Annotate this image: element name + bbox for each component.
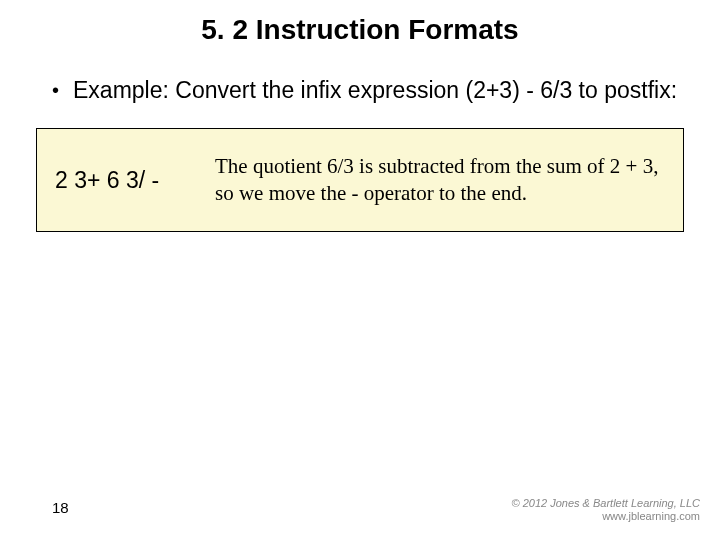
copyright-block: © 2012 Jones & Bartlett Learning, LLC ww… [512,497,701,525]
bullet-text: Example: Convert the infix expression (2… [73,76,677,106]
bullet-item: • Example: Convert the infix expression … [0,76,720,106]
copyright-url: www.jblearning.com [512,510,701,524]
postfix-expression: 2 3+ 6 3/ - [55,167,215,194]
copyright-line: © 2012 Jones & Bartlett Learning, LLC [512,497,701,511]
bullet-marker: • [52,76,59,104]
example-box: 2 3+ 6 3/ - The quotient 6/3 is subtract… [36,128,684,233]
slide-title: 5. 2 Instruction Formats [0,0,720,46]
explanation-text: The quotient 6/3 is subtracted from the … [215,153,665,208]
page-number: 18 [52,499,69,516]
